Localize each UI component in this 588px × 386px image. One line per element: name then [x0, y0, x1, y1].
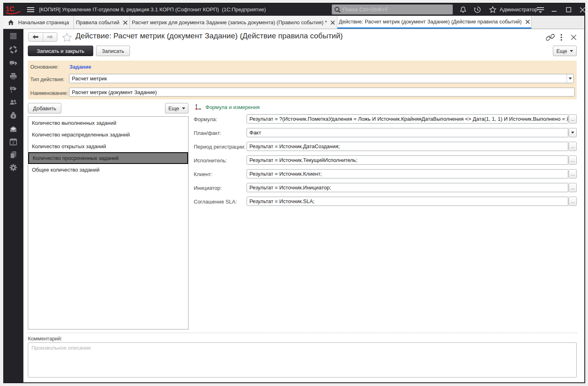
favorites-star-icon[interactable] — [487, 3, 499, 16]
reg-period-field[interactable]: Результат = Источник.ДатаСоздания; — [247, 142, 568, 151]
forward-button[interactable] — [43, 33, 57, 41]
tab-bar: Начальная страница Правила событий Расче… — [3, 16, 584, 29]
save-close-button[interactable]: Записать и закрыть — [28, 46, 93, 56]
save-button[interactable]: Записать — [96, 46, 130, 56]
plan-fact-field[interactable]: Факт — [247, 128, 568, 137]
app-window: 1С [КОПИЯ] Управление IT-отделом 8, реда… — [3, 3, 585, 383]
history-icon[interactable] — [471, 3, 483, 16]
name-value: Расчет метрик (документ Задание) — [72, 89, 157, 95]
field-label: Период регистрации: — [194, 144, 246, 150]
bell-icon[interactable] — [457, 3, 469, 16]
list-item[interactable]: Общее количество заданий — [28, 164, 188, 176]
action-type-dropdown-icon[interactable] — [567, 74, 573, 83]
minimize-icon[interactable] — [548, 3, 560, 16]
add-label: Добавить — [33, 105, 56, 111]
base-link[interactable]: Задание — [69, 64, 91, 70]
save-label: Записать — [102, 48, 124, 54]
mail-icon[interactable] — [9, 125, 17, 133]
helpdesk-wheel-icon[interactable] — [9, 46, 17, 54]
comment-label: Комментарий: — [28, 336, 63, 342]
name-field[interactable]: Расчет метрик (документ Задание) — [69, 88, 575, 96]
service-menu-icon[interactable] — [534, 3, 546, 16]
form-more-button[interactable]: Еще — [553, 46, 577, 56]
field-label: Инициатор: — [194, 185, 246, 191]
ellipsis-label: ... — [571, 145, 575, 149]
finish-flags-icon[interactable] — [9, 86, 17, 94]
delivery-truck-icon[interactable] — [9, 59, 17, 67]
tab-close-icon[interactable] — [331, 20, 335, 25]
base-panel: Основание: Задание Тип действия: Расчет … — [28, 61, 577, 99]
tab-action-active[interactable]: Действие: Расчет метрик (документ Задани… — [337, 16, 532, 29]
gear-icon[interactable] — [9, 164, 17, 172]
favorite-star-icon[interactable] — [62, 33, 72, 42]
initiator-field[interactable]: Результат = Источник.Инициатор; — [247, 183, 568, 192]
formula-select-button[interactable]: ... — [569, 114, 577, 124]
current-user[interactable]: Администратор — [500, 3, 538, 16]
executor-select-button[interactable]: ... — [569, 155, 577, 165]
svg-text:$: $ — [12, 114, 14, 118]
list-more-button[interactable]: Еще — [165, 103, 188, 113]
printer-icon[interactable] — [9, 72, 17, 80]
formula-group-title[interactable]: Формула и измерения — [205, 104, 259, 110]
money-bag-icon[interactable]: $ — [9, 111, 17, 120]
tab-rule-document[interactable]: Расчет метрик для документа Задание (зап… — [130, 16, 337, 29]
tab-home-page[interactable]: Начальная страница — [3, 16, 74, 29]
dropdown-caret-icon — [570, 50, 573, 52]
calendar-icon[interactable]: 7 — [9, 138, 17, 146]
formula-field[interactable]: Результат = ?(Источник.ПометкаУдаления =… — [247, 114, 568, 124]
svg-text:1С: 1С — [6, 5, 15, 13]
add-button[interactable]: Добавить — [28, 103, 61, 113]
list-item[interactable]: Количество выполненных заданий — [28, 117, 188, 129]
ellipsis-label: ... — [571, 186, 575, 190]
dropdown-caret-icon — [182, 107, 185, 109]
list-item[interactable]: Количество открытых заданий — [28, 141, 188, 152]
search-input[interactable] — [343, 5, 452, 14]
metrics-list: Количество выполненных заданий Количеств… — [28, 116, 188, 329]
app-body: $ 7 — [3, 29, 584, 382]
more-label: Еще — [557, 48, 567, 54]
more-label: Еще — [168, 105, 179, 111]
list-item[interactable]: Количество нераспределенных заданий — [28, 129, 188, 141]
client-field[interactable]: Результат = Источник.Клиент; — [247, 169, 568, 178]
global-search — [332, 4, 453, 15]
1c-logo-icon: 1С — [6, 4, 21, 15]
page-title: Действие: Расчет метрик (документ Задани… — [75, 31, 343, 40]
tab-event-rules[interactable]: Правила событий — [74, 16, 130, 29]
field-label: Соглашение SLA: — [194, 199, 246, 205]
window-title: [КОПИЯ] Управление IT-отделом 8, редакци… — [39, 3, 266, 16]
name-label: Наименование: — [30, 90, 68, 96]
tab-close-icon[interactable] — [525, 19, 530, 24]
close-form-icon[interactable] — [571, 34, 577, 40]
sla-field[interactable]: Результат = Источник.SLA; — [247, 197, 568, 206]
executor-field[interactable]: Результат = Источник.ТекущийИсполнитель; — [247, 155, 568, 165]
list-item-selected[interactable]: Количество просроченных заданий — [28, 152, 188, 164]
plan-fact-dropdown-button[interactable] — [569, 128, 577, 137]
field-label: План/факт: — [194, 130, 246, 136]
client-select-button[interactable]: ... — [569, 169, 577, 178]
menu-lines-icon[interactable] — [9, 32, 17, 40]
ellipsis-label: ... — [571, 199, 575, 203]
initiator-select-button[interactable]: ... — [569, 183, 577, 192]
ellipsis-label: ... — [571, 117, 575, 121]
comment-textarea[interactable] — [28, 342, 577, 378]
maximize-icon[interactable] — [563, 3, 575, 16]
action-type-field[interactable]: Расчет метрик — [69, 74, 574, 83]
sla-select-button[interactable]: ... — [569, 197, 577, 206]
link-icon[interactable] — [546, 34, 555, 41]
main-menu-icon[interactable] — [25, 3, 36, 16]
close-window-icon[interactable] — [576, 3, 588, 16]
field-value: Результат = Источник.SLA; — [249, 198, 314, 204]
kebab-menu-icon[interactable] — [560, 34, 563, 41]
title-bar: 1С [КОПИЯ] Управление IT-отделом 8, реда… — [3, 3, 584, 16]
splitter-dashed-line[interactable] — [27, 333, 577, 333]
back-button[interactable] — [29, 33, 43, 41]
dropdown-arrow-icon — [571, 132, 574, 134]
copies-icon[interactable] — [9, 151, 17, 159]
field-label: Клиент: — [194, 171, 246, 177]
nav-history-group — [28, 32, 57, 42]
reg-period-select-button[interactable]: ... — [569, 142, 577, 151]
users-icon[interactable] — [9, 99, 17, 107]
tab-close-icon[interactable] — [123, 20, 128, 25]
action-type-value: Расчет метрик — [72, 76, 107, 82]
search-icon — [334, 6, 341, 13]
